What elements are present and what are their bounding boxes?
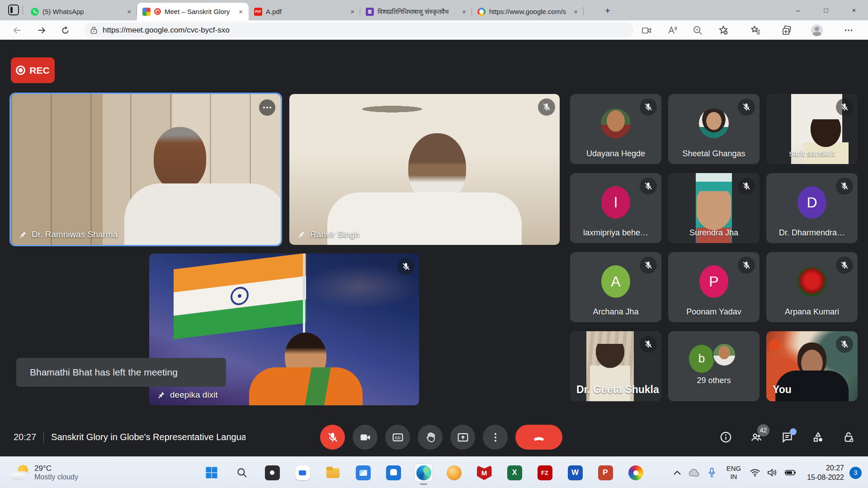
tab-a-pdf[interactable]: PDFA.pdf×: [249, 3, 360, 20]
taskbar-excel-icon[interactable]: X: [505, 464, 524, 482]
notification-count-badge[interactable]: 3: [849, 467, 862, 479]
more-options-button[interactable]: [483, 425, 508, 450]
minimize-button[interactable]: –: [784, 0, 812, 20]
participant-tile-dr-dharmendra[interactable]: DDr. Dharmendra…: [766, 173, 858, 243]
recorder-app-glyph: [265, 465, 280, 480]
taskbar-recorder-app-icon[interactable]: [263, 464, 281, 482]
onedrive-icon[interactable]: [685, 469, 703, 477]
video-feed: [11, 94, 281, 245]
taskbar-chat-icon[interactable]: [293, 464, 311, 482]
meeting-title: Sanskrit Glory in Globe's Representative…: [51, 432, 245, 442]
store-glyph: [386, 465, 401, 480]
tab-title: (5) WhatsApp: [42, 8, 122, 15]
participant-tile-poonam-yadav[interactable]: PPoonam Yadav: [668, 252, 760, 322]
tab-close-icon[interactable]: ×: [237, 8, 244, 15]
tray-chevron-icon[interactable]: [670, 470, 685, 475]
participant-name: laxmipriya behe…: [570, 228, 661, 238]
end-call-button[interactable]: [515, 425, 562, 450]
meeting-time: 20:27: [14, 432, 36, 442]
participant-name: Dr. Geeta Shukla: [576, 384, 659, 396]
tab-5-whatsapp[interactable]: (5) WhatsApp×: [25, 3, 137, 20]
participant-tile-surendra-jha[interactable]: Surendra Jha: [668, 173, 760, 243]
taskbar-powerpoint-icon[interactable]: P: [596, 464, 614, 482]
raise-hand-button[interactable]: [418, 425, 443, 450]
present-screen-button[interactable]: [450, 425, 475, 450]
taskbar-apps: MXFZWP: [203, 457, 645, 488]
tab-workspaces-icon[interactable]: [8, 5, 19, 15]
taskbar-file-explorer-icon[interactable]: [324, 464, 342, 482]
tile-options-icon[interactable]: [259, 99, 275, 116]
taskbar-orange-app-icon[interactable]: [445, 464, 463, 482]
activities-icon[interactable]: [811, 431, 825, 444]
tab-close-icon[interactable]: ×: [349, 8, 356, 15]
taskbar-search-icon[interactable]: [233, 464, 251, 482]
mic-off-icon: [836, 99, 853, 116]
tab-https-www-google-com-s[interactable]: https://www.google.com/s×: [472, 3, 584, 20]
settings-menu-icon[interactable]: [843, 24, 854, 36]
chat-icon[interactable]: [780, 431, 794, 444]
tab-close-icon[interactable]: ×: [572, 8, 579, 15]
wifi-icon[interactable]: [746, 469, 764, 477]
taskbar-clock[interactable]: 20:27 15-08-2022: [807, 463, 844, 482]
divider: [43, 432, 44, 443]
new-tab-button[interactable]: +: [601, 5, 614, 17]
address-bar[interactable]: https://meet.google.com/cvc-bycf-sxo: [84, 23, 634, 38]
participant-tile-you[interactable]: You: [766, 331, 858, 401]
taskbar-color-wheel-app-icon[interactable]: [627, 464, 645, 482]
tab-close-icon[interactable]: ×: [126, 8, 132, 15]
tab-camera-indicator-icon[interactable]: [641, 24, 652, 36]
video-feed: [289, 94, 560, 245]
mic-off-icon: [640, 336, 657, 353]
weather-widget[interactable]: 29°C Mostly cloudy: [6, 457, 83, 488]
participant-tile-udayana-hegde[interactable]: Udayana Hegde: [570, 94, 661, 164]
refresh-button[interactable]: [59, 24, 71, 37]
meeting-details-icon[interactable]: [719, 431, 732, 444]
participant-tile-dr-geeta-shukla[interactable]: Dr. Geeta Shukla: [570, 331, 661, 401]
mic-mute-button[interactable]: [320, 425, 345, 450]
participants-icon[interactable]: 42: [750, 431, 763, 444]
mic-off-icon: [836, 178, 853, 195]
microphone-tray-icon[interactable]: [703, 468, 721, 478]
weather-icon: [11, 465, 29, 480]
letter-avatar: l: [601, 186, 630, 219]
language-indicator[interactable]: ENG IN: [726, 465, 741, 481]
taskbar-start-icon[interactable]: [203, 464, 221, 482]
collections-icon[interactable]: [781, 24, 793, 36]
battery-icon[interactable]: [781, 469, 800, 476]
tab-close-icon[interactable]: ×: [461, 8, 467, 15]
profile-avatar[interactable]: [811, 24, 823, 36]
back-button[interactable]: [11, 24, 24, 37]
mic-off-icon: [640, 99, 657, 116]
read-aloud-icon[interactable]: [666, 24, 678, 36]
add-favorite-icon[interactable]: [717, 24, 729, 36]
close-button[interactable]: ×: [840, 0, 868, 20]
participant-tile-archana-jha[interactable]: AArchana Jha: [570, 252, 661, 322]
taskbar-edge-icon[interactable]: [415, 464, 433, 482]
avatar-stack: b: [689, 343, 739, 373]
maximize-button[interactable]: □: [812, 0, 840, 20]
favorites-icon[interactable]: [750, 24, 762, 36]
taskbar-store-icon[interactable]: [384, 464, 402, 482]
letter-avatar: P: [699, 265, 728, 298]
taskbar-photos-app-icon[interactable]: [354, 464, 372, 482]
host-controls-icon[interactable]: [842, 431, 855, 444]
volume-icon[interactable]: [764, 469, 781, 477]
participant-tile-sarit-sanskrit[interactable]: sarit sanskrit: [766, 94, 858, 164]
tab-meet-sanskrit-glory[interactable]: Meet – Sanskrit Glory×: [137, 3, 249, 20]
tab-item[interactable]: विश्वप्रतिनिधिभाषासु संस्कृतवैभ×: [360, 3, 472, 20]
zoom-out-icon[interactable]: [692, 24, 703, 36]
participant-tile-sheetal-ghangas[interactable]: Sheetal Ghangas: [668, 94, 760, 164]
taskbar-filezilla-icon[interactable]: FZ: [536, 464, 554, 482]
captions-button[interactable]: CC: [385, 425, 410, 450]
video-tile-ramniwas[interactable]: Dr. Ramniwas Sharma: [11, 94, 281, 245]
participant-tile-arpana-kumari[interactable]: Arpana Kumari: [766, 252, 858, 322]
participant-tile-laxmipriya-behe[interactable]: llaxmipriya behe…: [570, 173, 661, 243]
participant-tile-29-others[interactable]: b29 others: [668, 331, 760, 401]
forward-button[interactable]: [35, 24, 48, 37]
taskbar-word-icon[interactable]: W: [566, 464, 584, 482]
camera-button[interactable]: [353, 425, 377, 450]
video-tile-ranvir[interactable]: Ranvir Singh: [289, 94, 560, 245]
meet-bottom-bar: 20:27 Sanskrit Glory in Globe's Represen…: [0, 418, 868, 456]
letter-avatar: D: [797, 186, 826, 219]
taskbar-mcafee-icon[interactable]: M: [475, 464, 493, 482]
